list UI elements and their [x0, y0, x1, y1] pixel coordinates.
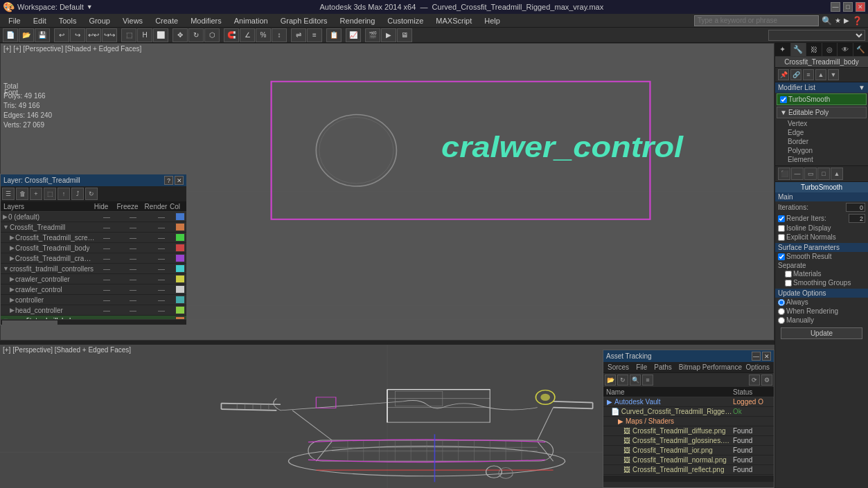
rp-icon-tri[interactable]: ▲: [831, 168, 843, 180]
layer-row[interactable]: ▶Crossfit_Treadmill_screen———: [1, 233, 186, 243]
select-btn[interactable]: ⬚: [121, 28, 136, 42]
undo-btn[interactable]: ↩: [54, 28, 69, 42]
menu-create[interactable]: Create: [150, 15, 184, 26]
menu-graph-editors[interactable]: Graph Editors: [275, 15, 333, 26]
menu-maxscript[interactable]: MAXScript: [430, 15, 477, 26]
asset-panel-minimize[interactable]: —: [752, 352, 761, 361]
close-button[interactable]: ✕: [856, 2, 865, 12]
layer-row[interactable]: ▶Crossfit_Treadmill_body———: [1, 243, 186, 253]
asset-menu-bitmap[interactable]: Bitmap Performance and Memory: [676, 363, 742, 372]
layer-row[interactable]: ▶crawler_controller———: [1, 274, 186, 284]
modifier-editable-poly[interactable]: ▼ Editable Poly: [777, 107, 867, 118]
sub-item-polygon[interactable]: Polygon: [775, 146, 868, 155]
render-iters-input[interactable]: [849, 214, 865, 223]
asset-menu-sorces[interactable]: Sorces: [605, 363, 632, 372]
search-input[interactable]: [694, 15, 819, 26]
lt-btn-add[interactable]: +: [30, 188, 42, 200]
rp-icon-outline[interactable]: □: [817, 168, 830, 180]
render-frame-btn[interactable]: ▶: [381, 28, 396, 42]
layer-mgr-btn[interactable]: 📋: [326, 28, 342, 42]
cp-tab-modify[interactable]: 🔧: [791, 43, 807, 56]
spinner-snap-btn[interactable]: ↕: [272, 28, 287, 42]
cp-tab-utilities[interactable]: 🔨: [853, 43, 869, 56]
menu-help[interactable]: Help: [479, 15, 506, 26]
modifier-turbsmooth[interactable]: TurboSmooth: [777, 93, 867, 105]
viewport-plus-btn[interactable]: [+]: [3, 45, 11, 53]
layer-scrollbar[interactable]: [1, 319, 186, 325]
asset-tb-list[interactable]: ≡: [642, 374, 653, 386]
select-name-btn[interactable]: H: [137, 28, 152, 42]
asset-row[interactable]: 🖼Crossfit_Treadmill_diffuse.pngFound: [603, 426, 774, 436]
menu-views[interactable]: Views: [117, 15, 148, 26]
cp-tab-display[interactable]: 👁: [838, 43, 853, 56]
lt-btn-layers[interactable]: ☰: [2, 188, 15, 200]
asset-tb-find[interactable]: 🔍: [630, 374, 641, 386]
modifier-list-dropdown[interactable]: ▼: [858, 84, 865, 91]
redo-scene-btn[interactable]: ↪↪: [102, 28, 117, 42]
layer-row[interactable]: ▶controller———: [1, 295, 186, 305]
asset-row[interactable]: 🖼Crossfit_Treadmill_glossines.pngFound: [603, 436, 774, 446]
layer-row[interactable]: ▼crossfit_tradmill_controllers———: [1, 264, 186, 274]
named-selection-dropdown[interactable]: [768, 30, 865, 41]
turbsmooth-check[interactable]: [780, 96, 787, 103]
asset-menu-options[interactable]: Options: [743, 363, 772, 372]
menu-customize[interactable]: Customize: [382, 15, 429, 26]
scale-btn[interactable]: ⬡: [204, 28, 220, 42]
menu-tools[interactable]: Tools: [53, 15, 82, 26]
lt-btn-select[interactable]: ⬚: [44, 188, 56, 200]
sub-item-border[interactable]: Border: [775, 137, 868, 146]
asset-panel-close[interactable]: ✕: [762, 352, 771, 361]
lt-btn-move[interactable]: ↑: [57, 188, 70, 200]
minimize-button[interactable]: —: [831, 2, 840, 12]
smoothing-groups-check[interactable]: [785, 280, 792, 287]
always-radio[interactable]: [778, 299, 785, 306]
menu-edit[interactable]: Edit: [28, 15, 52, 26]
asset-row[interactable]: ▶Autodesk VaultLogged O: [603, 397, 774, 407]
layer-row[interactable]: ▶0 (default)———: [1, 212, 186, 222]
layer-panel-question[interactable]: ?: [164, 176, 173, 185]
save-btn[interactable]: 💾: [35, 28, 50, 42]
search-icon[interactable]: 🔍: [822, 16, 832, 26]
rect-select-btn[interactable]: ⬜: [153, 28, 168, 42]
layer-row[interactable]: ▼Crossfit_Treadmill———: [1, 222, 186, 233]
rotate-btn[interactable]: ↻: [188, 28, 204, 42]
menu-modifiers[interactable]: Modifiers: [185, 15, 227, 26]
sub-item-vertex[interactable]: Vertex: [775, 119, 868, 128]
open-btn[interactable]: 📂: [19, 28, 34, 42]
rp-icon-rect[interactable]: ▭: [804, 168, 817, 180]
layer-panel-close[interactable]: ✕: [175, 176, 184, 185]
rp-icon-minus[interactable]: —: [791, 168, 804, 180]
undo-scene-btn[interactable]: ↩↩: [86, 28, 101, 42]
cp-tab-create[interactable]: ✦: [775, 43, 791, 56]
explicit-normals-check[interactable]: [778, 234, 785, 241]
rp-dn-icon[interactable]: ▼: [828, 69, 839, 80]
rp-list-icon[interactable]: ≡: [803, 69, 814, 80]
manually-radio[interactable]: [778, 317, 785, 324]
search-options-icon[interactable]: ★: [835, 17, 841, 24]
maximize-button[interactable]: □: [843, 2, 853, 12]
lt-btn-refresh[interactable]: ↻: [85, 188, 98, 200]
layer-row[interactable]: ▼crossfit_tradmill_helpers———: [1, 316, 186, 319]
snap-toggle-btn[interactable]: 🧲: [224, 28, 239, 42]
when-rendering-radio[interactable]: [778, 308, 785, 315]
move-btn[interactable]: ✥: [172, 28, 188, 42]
rp-link-icon[interactable]: 🔗: [790, 69, 801, 80]
render-prod-btn[interactable]: 🖥: [397, 28, 412, 42]
search-more-icon[interactable]: ▶: [844, 17, 849, 24]
menu-rendering[interactable]: Rendering: [335, 15, 381, 26]
asset-tb-reload[interactable]: ↻: [617, 374, 628, 386]
menu-file[interactable]: File: [3, 15, 26, 26]
new-btn[interactable]: 📄: [3, 28, 18, 42]
asset-row[interactable]: 🖼Crossfit_Treadmill_normal.pngFound: [603, 455, 774, 465]
smooth-result-check[interactable]: [778, 253, 785, 260]
lt-btn-delete[interactable]: 🗑: [16, 188, 28, 200]
layer-row[interactable]: ▶Crossfit_Treadmill_crawler———: [1, 253, 186, 264]
curve-editor-btn[interactable]: 📈: [346, 28, 361, 42]
cp-tab-hierarchy[interactable]: ⛓: [806, 43, 822, 56]
asset-row[interactable]: 🖼Crossfit_Treadmill_reflect.pngFound: [603, 465, 774, 475]
align-btn[interactable]: ≡: [307, 28, 322, 42]
asset-scrollbar-h[interactable]: [603, 475, 774, 482]
asset-tb-right1[interactable]: ⟳: [749, 374, 760, 386]
rp-icon-square[interactable]: ⬛: [778, 168, 790, 180]
lt-btn-move2[interactable]: ⤴: [71, 188, 84, 200]
